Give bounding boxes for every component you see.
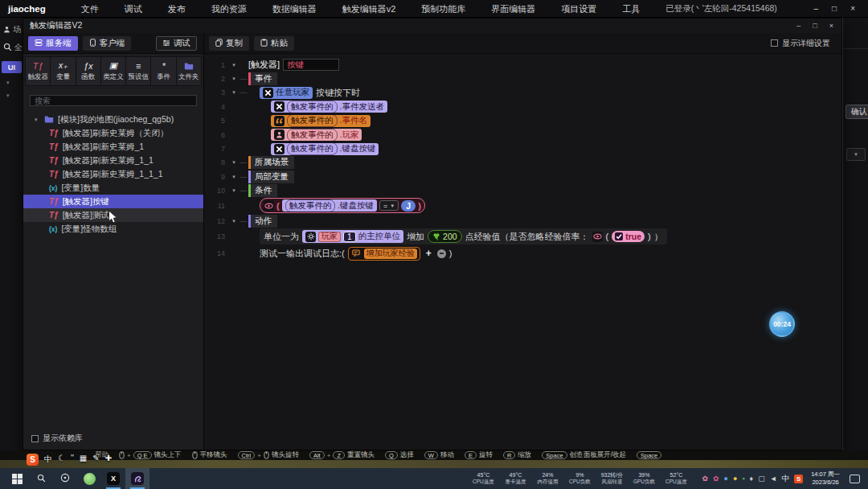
trigger-name-input[interactable]: 按键 xyxy=(283,59,339,71)
eye-icon[interactable] xyxy=(264,200,274,211)
menu-item[interactable]: 触发编辑器v2 xyxy=(330,0,409,18)
trigger-create-button[interactable]: Tƒ触发器 xyxy=(26,57,50,85)
ime-indicator[interactable]: 中 xyxy=(782,474,790,484)
expander-icon[interactable]: ▾ xyxy=(35,117,40,123)
add-button[interactable]: + xyxy=(426,248,432,259)
ime-icon[interactable]: ✚ xyxy=(105,454,112,465)
tree-item[interactable]: Tƒ[触发器]按键 xyxy=(23,195,203,208)
folder-create-button[interactable]: 文件夹 xyxy=(177,57,201,85)
tree-item[interactable]: Tƒ[触发器]刷新史莱姆_1_1 xyxy=(23,154,203,167)
value-chip[interactable]: 触发事件的.键盘按键 xyxy=(271,143,379,155)
menu-item[interactable]: 项目设置 xyxy=(548,0,609,18)
unit-chip[interactable]: 玩家1的主控单位 xyxy=(302,230,403,243)
timer-badge[interactable]: 00:24 xyxy=(769,311,795,337)
value-chip[interactable]: 触发事件的.玩家 xyxy=(271,129,362,141)
menu-item[interactable]: 工具 xyxy=(609,0,653,18)
collapse-arrow-icon[interactable]: ▾ xyxy=(229,62,239,68)
ime-icon[interactable]: '' xyxy=(71,454,74,465)
taskbar-search-button[interactable] xyxy=(29,468,53,489)
gear-icon[interactable] xyxy=(305,232,316,242)
tab-服务端[interactable]: 服务端 xyxy=(28,36,78,51)
taskbar-clock[interactable]: 14:07 周一 2023/6/26 xyxy=(811,471,840,487)
class-create-button[interactable]: ▣类定义 xyxy=(101,57,125,85)
true-chip[interactable]: true xyxy=(612,231,645,242)
value-chip[interactable]: 触发事件的.事件名 xyxy=(271,115,371,127)
eye-icon[interactable] xyxy=(592,232,603,242)
green-chip[interactable]: 200 xyxy=(428,230,462,243)
copy-button[interactable]: 复制 xyxy=(209,36,249,51)
ime-icon[interactable]: ☾ xyxy=(58,454,65,465)
variable-create-button[interactable]: x₊变量 xyxy=(51,57,75,85)
tray-icon[interactable]: ▢ xyxy=(758,475,765,483)
function-create-button[interactable]: ƒx函数 xyxy=(76,57,100,85)
taskbar-app-capcut[interactable]: X xyxy=(101,468,125,489)
tray-icon[interactable]: ◄ xyxy=(770,475,777,483)
preset-create-button[interactable]: ≡预设值 xyxy=(126,57,150,85)
start-button[interactable] xyxy=(5,468,29,489)
value-chip[interactable]: 任意玩家 xyxy=(260,87,313,99)
value-chip[interactable]: J xyxy=(401,200,416,212)
confirm-button[interactable]: 确认 xyxy=(845,105,868,119)
menu-item[interactable]: 文件 xyxy=(68,0,112,18)
inner-chip[interactable]: 玩家 xyxy=(318,232,341,242)
bg-global-item[interactable]: 全 xyxy=(3,42,23,53)
section-bar_event[interactable]: 事件 xyxy=(248,72,277,85)
tray-icon[interactable]: ▪ xyxy=(742,475,744,483)
show-detail-checkbox[interactable]: 显示详细设置 xyxy=(771,38,830,49)
tray-icon[interactable]: ✿ xyxy=(702,475,708,483)
section-bar_action[interactable]: 动作 xyxy=(248,215,277,228)
window-control-button[interactable]: □ xyxy=(813,22,817,30)
window-control-button[interactable]: × xyxy=(850,4,855,13)
collapse-arrow-icon[interactable]: ▾ xyxy=(229,187,239,194)
task-view-button[interactable] xyxy=(53,468,77,489)
search-input[interactable] xyxy=(30,95,197,106)
tray-icon[interactable]: ● xyxy=(733,475,737,483)
debug-button[interactable]: 调试 xyxy=(156,36,197,51)
collapse-arrow-icon[interactable]: ▾ xyxy=(229,174,239,180)
window-control-button[interactable]: – xyxy=(814,4,819,13)
sogou-tray-icon[interactable]: S xyxy=(794,475,803,483)
cond-chip[interactable]: (触发事件的.键盘按键=▼J) xyxy=(260,198,425,213)
taskbar-app-editor[interactable] xyxy=(125,468,149,489)
operator-dropdown[interactable]: =▼ xyxy=(379,200,399,211)
menu-item[interactable]: 预制功能库 xyxy=(408,0,478,18)
tray-icon[interactable]: ♦ xyxy=(750,475,754,483)
tray-icon[interactable]: ✿ xyxy=(713,475,719,483)
value-chip[interactable]: 触发事件的.键盘按键 xyxy=(282,199,377,212)
tree-item[interactable]: Tƒ[触发器]刷新史莱姆（关闭） xyxy=(23,126,203,140)
event-create-button[interactable]: *事件 xyxy=(151,57,175,85)
remove-button[interactable] xyxy=(437,249,446,258)
log-chip[interactable]: 增加玩家经验 xyxy=(348,247,420,261)
ime-icon[interactable]: ✎ xyxy=(92,454,99,465)
section-bar_local[interactable]: 局部变量 xyxy=(248,171,294,183)
bg-ui-tab[interactable]: UI xyxy=(2,61,22,73)
taskbar-app-browser[interactable] xyxy=(77,468,101,489)
menu-item[interactable]: 调试 xyxy=(112,0,155,18)
background-dropdown[interactable]: ▼ xyxy=(846,148,866,161)
ime-icon[interactable]: 中 xyxy=(44,454,52,465)
tray-icon[interactable]: ● xyxy=(724,475,728,483)
show-deps-checkbox[interactable]: 显示依赖库 xyxy=(31,433,83,444)
notification-center-icon[interactable] xyxy=(850,475,860,483)
tree-item[interactable]: ▾[模块]我的地图(jiaocheg_qg5b) xyxy=(23,113,203,126)
inner-chip[interactable]: 增加玩家经验 xyxy=(364,249,417,259)
number-box[interactable]: 1 xyxy=(343,232,356,242)
bg-caret[interactable]: ▾ xyxy=(6,92,23,99)
value-chip[interactable]: 触发事件的.事件发送者 xyxy=(271,101,387,113)
collapse-arrow-icon[interactable]: ▾ xyxy=(229,218,239,224)
window-control-button[interactable]: – xyxy=(796,22,800,30)
window-control-button[interactable]: × xyxy=(829,22,833,30)
collapse-arrow-icon[interactable]: ▾ xyxy=(229,76,239,82)
collapse-arrow-icon[interactable]: ▾ xyxy=(229,89,239,96)
section-bar_cond[interactable]: 条件 xyxy=(248,184,277,197)
tree-item[interactable]: Tƒ[触发器]刷新史莱姆_1 xyxy=(23,140,203,154)
paste-button[interactable]: 粘贴 xyxy=(254,36,294,51)
tree-item[interactable]: Tƒ[触发器]刷新史莱姆_1_1_1 xyxy=(23,167,203,181)
menu-item[interactable]: 数据编辑器 xyxy=(260,0,330,18)
tab-客户端[interactable]: 客户端 xyxy=(83,36,132,51)
checked-checkbox-icon[interactable] xyxy=(615,232,623,240)
bg-scene-item[interactable]: 场 xyxy=(3,24,23,35)
section-bar_scene[interactable]: 所属场景 xyxy=(248,156,294,169)
menu-item[interactable]: 发布 xyxy=(155,0,199,18)
ime-icon[interactable]: ▦ xyxy=(80,454,87,465)
